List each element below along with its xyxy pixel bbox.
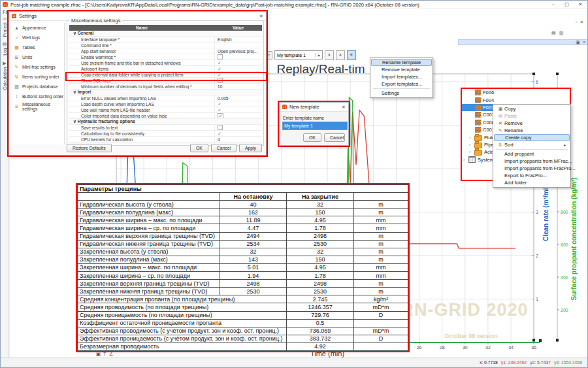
template-combo[interactable]: My template 1 ▾ xyxy=(274,50,323,59)
tree-item-f004[interactable]: F004 xyxy=(462,96,570,103)
settings-row-cpu-kernels-for-calculation[interactable]: CPU kernels for calculation4 xyxy=(69,137,262,142)
tree-menu-item-add-folder[interactable]: Add folder xyxy=(494,179,570,186)
proppant-icon xyxy=(475,120,481,125)
settings-row-calculation-log-to-file-consis[interactable]: Calculation log to file consistently✓ xyxy=(69,131,262,137)
checkbox-unchecked-icon[interactable] xyxy=(218,54,223,59)
settings-sidebar-item-projects-database[interactable]: ▥Projects database xyxy=(10,82,64,92)
settings-sidebar-item-well-logs[interactable]: ≈Well logs xyxy=(10,33,64,42)
checkbox-checked-icon[interactable]: ✓ xyxy=(218,108,221,112)
close-icon[interactable]: ✕ xyxy=(257,14,266,19)
cell: 5.01 xyxy=(220,263,287,271)
settings-sidebar-item-tables[interactable]: ▦Tables xyxy=(10,42,64,52)
checkbox-checked-icon[interactable]: ✓ xyxy=(218,113,223,118)
settings-row-interface-language-[interactable]: Interface language *English xyxy=(69,37,262,42)
setting-value[interactable]: 0.005 xyxy=(214,95,262,101)
settings-group-import[interactable]: ∨ Import xyxy=(69,90,262,95)
tree-menu-item-sort[interactable]: ⇅Sort▸ xyxy=(494,141,570,148)
settings-sidebar-item-items-sorting-order[interactable]: ⇅Items sorting order xyxy=(10,72,64,82)
axis-handle-marker[interactable] xyxy=(532,339,535,342)
tree-menu-item-rename[interactable]: ✎Rename xyxy=(494,127,570,134)
settings-row-autosort-items[interactable]: Autosort items✓ xyxy=(69,66,262,72)
axis-handle-marker[interactable] xyxy=(532,73,535,75)
setting-value[interactable]: ✓ xyxy=(214,107,262,112)
axis-handle-marker[interactable] xyxy=(556,339,559,342)
template-menu-button[interactable]: ≡ xyxy=(347,50,356,60)
expander-icon[interactable]: › xyxy=(469,135,472,140)
cell: Закреплённая верхняя граница трещины (TV… xyxy=(78,280,220,288)
cell: 11.89 xyxy=(220,216,287,224)
setting-value[interactable]: 4 xyxy=(214,137,262,142)
settings-sidebar-item-appearance[interactable]: ▲Appearance xyxy=(10,23,64,33)
settings-row-enable-warnings-[interactable]: Enable warnings * xyxy=(69,54,262,60)
expander-icon[interactable]: › xyxy=(463,158,466,162)
setting-value[interactable]: ✓ xyxy=(214,66,262,71)
tree-menu-item-import-proppants-from-fracpro-[interactable]: Import proppants from FracPro... xyxy=(494,165,570,172)
tree-menu-item-create-copy[interactable]: Create copy xyxy=(494,134,570,141)
combo-caret-icon[interactable]: ▾ xyxy=(315,53,322,58)
setting-value[interactable]: Open previous proj... xyxy=(214,48,262,54)
tree-menu-item-copy[interactable]: ▣Copy xyxy=(494,105,570,112)
apply-button[interactable]: Apply xyxy=(239,144,262,152)
setting-name: Enable warnings * xyxy=(69,55,214,59)
settings-sidebar-item-miscellaneous-settings[interactable]: ≣Miscellaneous settings xyxy=(10,101,64,111)
setting-value[interactable] xyxy=(214,125,262,130)
menu-item-label: Create copy xyxy=(505,135,531,141)
axis-handle-marker[interactable] xyxy=(556,73,559,75)
settings-group-hydraulic-fracturing-options[interactable]: ∨ Hydraulic fracturing options xyxy=(69,119,262,125)
tree-menu-item-import-proppants-from-mfrac-[interactable]: Import proppants from MFrac... xyxy=(494,158,570,165)
cancel-button[interactable]: Cancel xyxy=(211,144,237,152)
tree-menu-item-add-proppant[interactable]: Add proppant xyxy=(494,150,570,158)
settings-row-color-imported-data-depending-[interactable]: Color imported data depending on value t… xyxy=(69,113,262,119)
settings-row-minimum-number-of-decimals-in-[interactable]: Minimum number of decimals in input fiel… xyxy=(69,84,262,90)
setting-value[interactable]: 10 xyxy=(214,84,262,89)
tree-item-f006[interactable]: F006 xyxy=(462,89,570,96)
axis-handle-marker[interactable] xyxy=(539,339,542,342)
template-menu-item-remove-template[interactable]: Remove template xyxy=(371,66,432,73)
sort-icon: ⇅ xyxy=(497,142,504,148)
settings-table-header: Name Value xyxy=(69,25,262,31)
settings-row-use-system-frame-and-title-bar[interactable]: Use system frame and title bar in detach… xyxy=(69,60,262,66)
template-menu-item-export-templates-[interactable]: Export templates... xyxy=(371,80,432,88)
template-menu-item-import-templates-[interactable]: Import templates... xyxy=(371,73,432,80)
settings-sidebar-item-units[interactable]: ⊞Units xyxy=(10,52,64,62)
tree-menu-item-remove[interactable]: ✕Remove xyxy=(494,120,570,127)
expander-icon[interactable]: › xyxy=(469,150,472,154)
ok-button[interactable]: OK xyxy=(190,144,208,152)
settings-sidebar-item-buttons-sorting-order[interactable]: ↕Buttons sorting order xyxy=(10,92,64,101)
cancel-button[interactable]: Cancel xyxy=(324,133,345,142)
restore-defaults-button[interactable]: Restore Defaults xyxy=(67,144,112,152)
settings-row-command-line-[interactable]: Command line * xyxy=(69,42,262,48)
new-template-dialog: New template ✕ Enter template name My te… xyxy=(279,102,349,146)
template-menu-item-settings[interactable]: Settings xyxy=(371,90,432,97)
settings-row-app-start-behavior[interactable]: App start behaviorOpen previous proj... xyxy=(69,48,262,54)
settings-row-use-well-name-from-las-file-he[interactable]: Use well name from LAS-file header✓ xyxy=(69,107,262,113)
checkbox-checked-icon[interactable]: ✓ xyxy=(218,61,221,65)
checkbox-unchecked-icon[interactable] xyxy=(218,125,223,130)
settings-row-save-results-to-text[interactable]: Save results to text xyxy=(69,125,262,131)
chevron-down-icon[interactable]: ∨ xyxy=(325,50,334,60)
template-name-input[interactable]: My template 1 xyxy=(282,122,348,130)
settings-row-load-depth-curve-when-importin[interactable]: Load depth curve when importing LAS✓ xyxy=(69,101,262,107)
settings-sidebar-item-mini-frac-settings[interactable]: ✎Mini frac settings xyxy=(10,62,64,72)
setting-value[interactable]: ✓ xyxy=(214,131,262,136)
setting-value[interactable] xyxy=(214,54,262,59)
settings-group-general[interactable]: ∨ General xyxy=(69,31,262,37)
expander-icon[interactable]: › xyxy=(469,142,472,147)
checkbox-checked-icon[interactable]: ✓ xyxy=(218,102,221,107)
setting-value[interactable]: ✓ xyxy=(214,60,262,65)
template-menu-item-rename-template[interactable]: Rename template xyxy=(371,59,432,66)
setting-value[interactable] xyxy=(214,42,262,48)
chevron-up-icon[interactable]: ∧ xyxy=(336,50,345,60)
tree-menu-item-export-to-fracpro-[interactable]: Export to FracPro... xyxy=(494,172,570,179)
checkbox-checked-icon[interactable]: ✓ xyxy=(218,131,221,136)
tree-menu-item-paste[interactable]: ▤Paste xyxy=(494,112,570,120)
setting-value[interactable]: ✓ xyxy=(214,101,262,107)
checkbox-checked-icon[interactable]: ✓ xyxy=(218,67,221,71)
setting-value[interactable]: ✓ xyxy=(214,113,262,118)
cell: 729.76 xyxy=(287,311,354,319)
close-icon[interactable]: ✕ xyxy=(339,105,348,110)
ok-button[interactable]: OK xyxy=(303,133,321,142)
setting-value[interactable]: English xyxy=(214,37,262,42)
template-menu: Rename templateRemove templateImport tem… xyxy=(370,58,433,98)
settings-row-error-null-values-when-importi[interactable]: Error NULL values when importing LAS0.00… xyxy=(69,95,262,101)
